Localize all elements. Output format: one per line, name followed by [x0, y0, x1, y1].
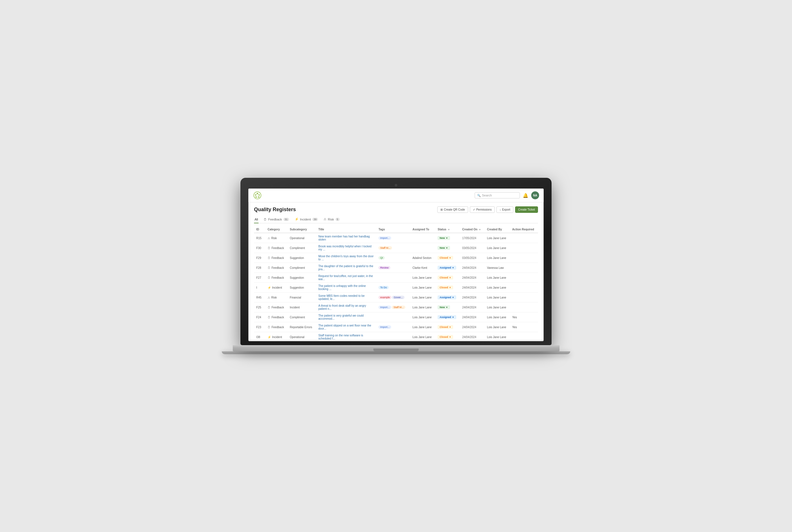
- risk-icon: ⚠: [268, 236, 270, 240]
- table-row[interactable]: F23🗒FeedbackReportable ErrorsThe patient…: [254, 322, 538, 332]
- tag-pill: To Do: [379, 286, 389, 289]
- cell-action-required: [510, 332, 538, 341]
- cell-created-on: 24/04/2024: [460, 312, 485, 322]
- status-badge[interactable]: Closed ▼: [438, 276, 453, 280]
- incident-tab-icon: ⚡: [295, 217, 299, 221]
- cell-category: ⚡Incident: [265, 332, 288, 341]
- feedback-icon: 🗒: [268, 247, 271, 250]
- export-button[interactable]: ↓ Export: [496, 206, 513, 213]
- cell-category: ⚠Risk: [265, 292, 288, 302]
- incident-icon: ⚡: [268, 336, 271, 339]
- cell-status[interactable]: Closed ▼: [435, 283, 460, 292]
- table-row[interactable]: I⚡IncidentSuggestionThe patient is unhap…: [254, 283, 538, 292]
- col-created-on[interactable]: Created On ▼: [460, 226, 485, 233]
- cell-status[interactable]: Assigned ▼: [435, 312, 460, 322]
- cell-title[interactable]: Some MBS Item codes needed to be updated…: [316, 292, 376, 302]
- cell-title[interactable]: The patient is very grateful we could ac…: [316, 312, 376, 322]
- cell-assigned-to: Lois Jane Lane: [410, 283, 435, 292]
- status-badge[interactable]: New ▼: [438, 246, 450, 250]
- status-badge[interactable]: New ▼: [438, 305, 450, 309]
- status-badge[interactable]: Closed ▼: [438, 256, 453, 260]
- laptop-wrapper: 🔍 Search 🔔 NA Quality Registers: [240, 178, 552, 354]
- table-row[interactable]: F27🗒FeedbackSuggestionRequest for tea/co…: [254, 273, 538, 283]
- table-header: ID Category Subcategory Title Tags Assig…: [254, 226, 538, 233]
- cell-category: ⚠Risk: [265, 233, 288, 243]
- cell-tags: QI: [376, 253, 410, 263]
- tab-feedback[interactable]: 🗒 Feedback 31: [263, 216, 289, 223]
- svg-line-10: [256, 194, 257, 195]
- cell-created-on: 24/04/2024: [460, 322, 485, 332]
- cell-title[interactable]: Request for tea/coffee, not just water, …: [316, 273, 376, 283]
- status-badge[interactable]: Assigned ▼: [438, 266, 456, 270]
- cell-title[interactable]: The daughter of the patient is grateful …: [316, 263, 376, 273]
- feedback-icon: 🗒: [268, 256, 271, 260]
- cell-category: 🗒Feedback: [265, 273, 288, 283]
- col-status[interactable]: Status ▼: [435, 226, 460, 233]
- tab-bar: All 🗒 Feedback 31 ⚡ Incident 39: [254, 216, 538, 223]
- cell-title[interactable]: New team member has had her handbag stol…: [316, 233, 376, 243]
- table-row[interactable]: F25🗒FeedbackIncidentA threat to front de…: [254, 302, 538, 312]
- cell-status[interactable]: Closed ▼: [435, 322, 460, 332]
- cell-created-by: Lois Jane Lane: [485, 292, 510, 302]
- cell-created-by: Vanessa Law: [485, 263, 510, 273]
- status-badge[interactable]: Closed ▼: [438, 325, 453, 329]
- cell-title[interactable]: Brook was incredibly helpful when I lock…: [316, 243, 376, 253]
- status-badge[interactable]: Closed ▼: [438, 285, 453, 289]
- cell-status[interactable]: Assigned ▼: [435, 292, 460, 302]
- cell-status[interactable]: Closed ▼: [435, 273, 460, 283]
- cell-created-by: Lois Jane Lane: [485, 243, 510, 253]
- tag-pill: QI: [379, 256, 385, 260]
- col-subcategory: Subcategory: [288, 226, 316, 233]
- cell-title[interactable]: Move the children's toys away from the d…: [316, 253, 376, 263]
- tab-all[interactable]: All: [254, 216, 259, 223]
- status-badge[interactable]: Closed ▼: [438, 335, 453, 339]
- status-badge[interactable]: Assigned ▼: [438, 315, 456, 319]
- table-row[interactable]: I38⚡IncidentOperationalStaff training on…: [254, 332, 538, 341]
- table-container[interactable]: ID Category Subcategory Title Tags Assig…: [254, 226, 538, 341]
- cell-created-by: Lois Jane Lane: [485, 253, 510, 263]
- table-row[interactable]: R45⚠RiskFinancialSome MBS Item codes nee…: [254, 292, 538, 302]
- cell-title[interactable]: A threat to front desk staff by an angry…: [316, 302, 376, 312]
- table-row[interactable]: F30🗒FeedbackComplimentBrook was incredib…: [254, 243, 538, 253]
- col-action-required: Action Required: [510, 226, 538, 233]
- cell-title[interactable]: The patient slipped on a wet floor near …: [316, 322, 376, 332]
- create-qr-button[interactable]: ⊞ Create QR Code: [437, 206, 468, 213]
- cell-created-by: Lois Jane Lane: [485, 273, 510, 283]
- tab-incident[interactable]: ⚡ Incident 39: [294, 216, 319, 223]
- tag-pill: Review: [379, 266, 390, 269]
- cell-category: ⚡Incident: [265, 283, 288, 292]
- cell-subcategory: Compliment: [288, 312, 316, 322]
- status-badge[interactable]: Assigned ▼: [438, 296, 456, 299]
- table-row[interactable]: F28🗒FeedbackComplimentThe daughter of th…: [254, 263, 538, 273]
- feedback-icon: 🗒: [268, 316, 271, 319]
- cell-status[interactable]: New ▼: [435, 233, 460, 243]
- cell-action-required: [510, 273, 538, 283]
- cell-title[interactable]: The patient is unhappy with the online b…: [316, 283, 376, 292]
- cell-created-by: Lois Jane Lane: [485, 233, 510, 243]
- cell-id: R15: [254, 233, 265, 243]
- tag-pill: Staff M...: [392, 306, 405, 309]
- page-title: Quality Registers: [254, 207, 296, 213]
- search-box[interactable]: 🔍 Search: [475, 192, 520, 198]
- tag-pill: Import...: [379, 325, 391, 329]
- cell-assigned-to: Lois Jane Lane: [410, 312, 435, 322]
- permissions-button[interactable]: ✓ Permissions: [470, 206, 495, 213]
- table-row[interactable]: F24🗒FeedbackComplimentThe patient is ver…: [254, 312, 538, 322]
- table-row[interactable]: R15⚠RiskOperationalNew team member has h…: [254, 233, 538, 243]
- cell-status[interactable]: Closed ▼: [435, 253, 460, 263]
- cell-title[interactable]: Staff training on the new software is sc…: [316, 332, 376, 341]
- cell-action-required: Yes: [510, 312, 538, 322]
- cell-status[interactable]: Closed ▼: [435, 332, 460, 341]
- cell-status[interactable]: Assigned ▼: [435, 263, 460, 273]
- notification-bell-icon[interactable]: 🔔: [523, 193, 528, 198]
- cell-status[interactable]: New ▼: [435, 302, 460, 312]
- status-badge[interactable]: New ▼: [438, 236, 450, 240]
- tab-risk[interactable]: ⚠ Risk 5: [323, 216, 340, 223]
- tag-pill: Staff M...: [379, 246, 392, 250]
- create-ticket-button[interactable]: Create Ticket: [515, 206, 538, 213]
- cell-tags: exampleGover...: [376, 292, 410, 302]
- avatar[interactable]: NA: [531, 191, 539, 199]
- table-row[interactable]: F29🗒FeedbackSuggestionMove the children'…: [254, 253, 538, 263]
- cell-assigned-to: Adalind Sexton: [410, 253, 435, 263]
- cell-status[interactable]: New ▼: [435, 243, 460, 253]
